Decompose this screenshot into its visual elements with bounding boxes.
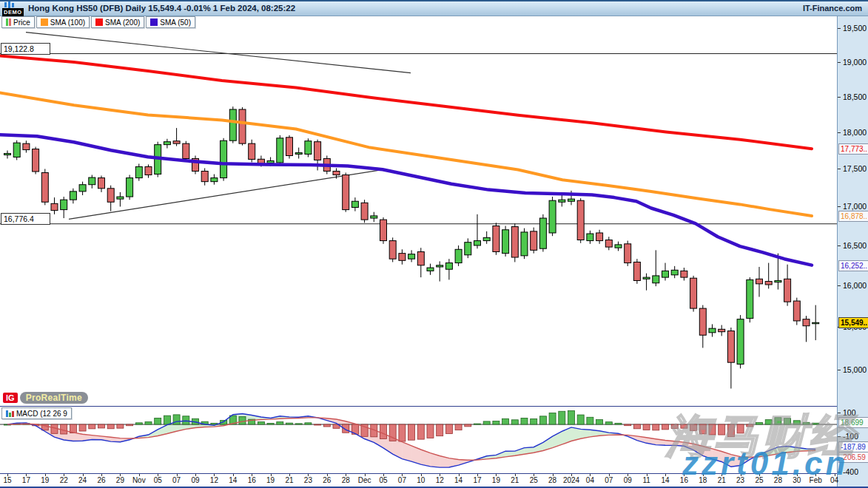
legend-label-sma50: SMA (50) xyxy=(160,18,191,27)
candle-body xyxy=(531,231,537,250)
date-tick-label: 15 xyxy=(3,476,11,484)
candle-body xyxy=(51,203,58,210)
macd-histogram-bar xyxy=(813,423,819,424)
date-axis[interactable]: 15171922242629Nov0507091214161921232628D… xyxy=(0,474,837,487)
candle-body xyxy=(164,142,170,145)
date-tick-label: 19 xyxy=(41,476,49,484)
legend-chip-sma50[interactable]: SMA (50) xyxy=(146,16,195,28)
price-tick-label: 17,500 xyxy=(843,164,867,173)
legend-chip-price[interactable]: Price xyxy=(1,16,35,28)
macd-settings-chip[interactable]: MACD (12 26 9 xyxy=(1,407,72,419)
price-tick-label: 19,000 xyxy=(843,58,867,67)
axis-tick xyxy=(838,285,841,286)
date-tick xyxy=(365,474,366,476)
candle-body xyxy=(445,263,452,270)
macd-histogram-bar xyxy=(79,424,86,431)
macd-bottom-border xyxy=(0,473,837,474)
macd-histogram-bar xyxy=(155,418,161,424)
date-tick xyxy=(308,474,309,476)
macd-histogram-bar xyxy=(399,424,406,441)
legend-chip-sma200[interactable]: SMA (200) xyxy=(91,16,144,28)
candle-body xyxy=(737,319,744,365)
date-tick xyxy=(233,474,234,476)
macd-histogram-bar xyxy=(596,420,603,424)
date-tick-label: 29 xyxy=(116,476,124,484)
candle-body xyxy=(173,141,180,143)
candle-body xyxy=(277,138,283,163)
macd-histogram-bar xyxy=(747,424,753,427)
candle-body xyxy=(98,178,105,189)
date-tick-label: 26 xyxy=(97,476,105,484)
macd-tick-label: -400 xyxy=(843,467,858,476)
candle-body xyxy=(539,218,546,248)
macd-histogram-bar xyxy=(719,424,725,435)
macd-histogram-bar xyxy=(539,416,546,424)
price-tick-label: 15,000 xyxy=(843,365,867,374)
date-tick-label: 28 xyxy=(774,476,782,484)
last-price-label: 15,549.. xyxy=(838,317,868,328)
prorealtime-logo[interactable]: IG ProRealTime xyxy=(3,391,88,404)
candle-body xyxy=(229,109,236,140)
candle-body xyxy=(70,192,76,200)
date-tick xyxy=(383,474,384,476)
macd-histogram-bar xyxy=(709,424,716,435)
candle-body xyxy=(747,279,753,318)
candle-body xyxy=(371,216,377,218)
date-tick xyxy=(797,474,798,476)
macd-histogram-bar xyxy=(455,424,462,430)
candle-body xyxy=(314,142,321,160)
candle-body xyxy=(483,237,490,240)
candle-body xyxy=(671,270,678,275)
sma50-color-icon xyxy=(150,18,158,26)
candle-body xyxy=(643,277,650,279)
axis-tick xyxy=(838,62,841,63)
candle-body xyxy=(351,201,358,207)
candle-body xyxy=(727,331,734,363)
date-tick xyxy=(177,474,178,476)
axis-tick xyxy=(838,472,841,472)
macd-histogram-bar xyxy=(98,424,105,428)
candle-body xyxy=(455,249,462,262)
macd-histogram-bar xyxy=(502,418,509,424)
macd-histogram-bar xyxy=(549,413,556,424)
date-tick xyxy=(628,474,628,476)
candle-body xyxy=(343,175,349,210)
candle-body xyxy=(596,233,603,241)
axis-tick xyxy=(838,169,841,169)
date-tick-label: 11 xyxy=(642,476,650,484)
macd-histogram-bar xyxy=(183,416,189,424)
date-tick xyxy=(289,474,290,476)
candle-body xyxy=(775,280,781,282)
date-tick-label: 19 xyxy=(492,476,500,484)
date-tick-label: 30 xyxy=(793,476,801,484)
price-chart-canvas[interactable] xyxy=(0,0,868,488)
macd-histogram-bar xyxy=(258,422,264,424)
candle-body xyxy=(61,200,67,209)
sma50-value-label: 16,252.. xyxy=(838,260,868,271)
candle-body xyxy=(389,241,396,260)
pane-separator[interactable] xyxy=(0,406,837,407)
macd-histogram-bar xyxy=(323,424,330,427)
date-tick xyxy=(64,474,64,476)
date-tick-label: 16 xyxy=(248,476,256,484)
macd-histogram-bar xyxy=(445,424,452,433)
candle-body xyxy=(625,244,631,263)
candle-body xyxy=(267,160,274,163)
date-tick xyxy=(101,474,102,476)
macd-histogram-bar xyxy=(135,423,142,424)
date-tick xyxy=(45,474,46,476)
date-tick xyxy=(590,474,591,476)
macd-histogram-bar xyxy=(117,424,124,428)
date-tick xyxy=(815,474,816,476)
date-tick-label: 2024 xyxy=(563,476,579,484)
candle-body xyxy=(201,172,208,182)
axis-tick xyxy=(838,28,841,29)
date-tick xyxy=(553,474,554,476)
candle-body xyxy=(107,189,114,202)
axis-tick xyxy=(838,97,841,98)
resistance-level-label: 19,122.8 xyxy=(1,43,50,55)
date-tick xyxy=(609,474,610,476)
legend-chip-sma100[interactable]: SMA (100) xyxy=(36,16,90,28)
candle-body xyxy=(681,271,687,277)
sma100-color-icon xyxy=(41,18,48,26)
